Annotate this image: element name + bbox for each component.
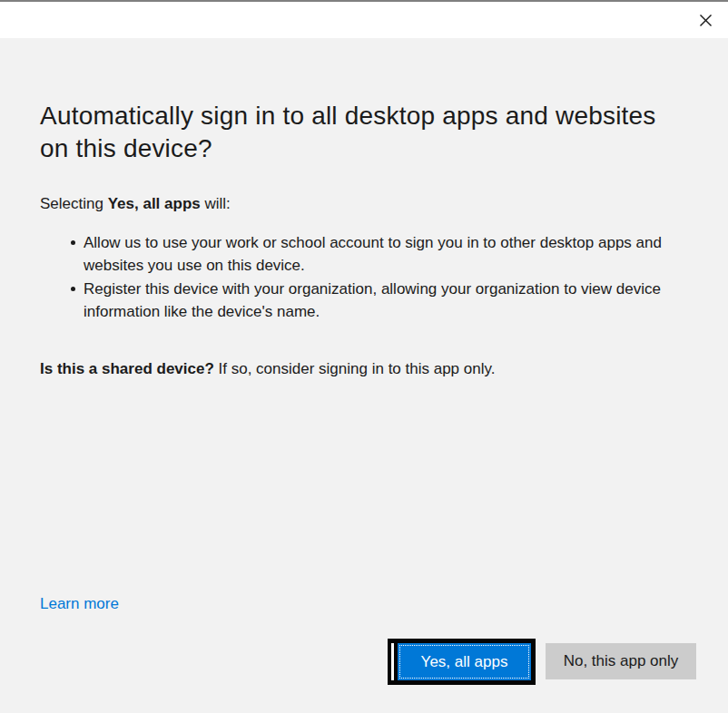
yes-all-apps-button[interactable]: Yes, all apps bbox=[398, 643, 531, 680]
shared-device-text: Is this a shared device? If so, consider… bbox=[40, 357, 694, 380]
intro-bold: Yes, all apps bbox=[108, 195, 201, 212]
intro-text: Selecting Yes, all apps will: bbox=[40, 192, 684, 215]
page-title: Automatically sign in to all desktop app… bbox=[40, 100, 684, 165]
dialog-window: Automatically sign in to all desktop app… bbox=[0, 0, 728, 713]
intro-suffix: will: bbox=[201, 195, 231, 212]
title-bar bbox=[0, 2, 728, 38]
close-button[interactable] bbox=[690, 5, 721, 35]
no-this-app-only-button[interactable]: No, this app only bbox=[546, 643, 696, 679]
learn-more-link[interactable]: Learn more bbox=[40, 593, 119, 615]
close-icon bbox=[699, 14, 713, 27]
shared-device-question: Is this a shared device? bbox=[40, 360, 214, 377]
consequence-list: Allow us to use your work or school acco… bbox=[40, 231, 694, 324]
shared-device-advice: If so, consider signing in to this app o… bbox=[214, 360, 496, 377]
focus-caret bbox=[391, 643, 394, 680]
list-item: Register this device with your organizat… bbox=[40, 278, 694, 323]
yes-button-focus-frame[interactable]: Yes, all apps bbox=[388, 639, 536, 685]
intro-prefix: Selecting bbox=[40, 195, 108, 212]
dialog-content: Automatically sign in to all desktop app… bbox=[0, 38, 728, 713]
list-item: Allow us to use your work or school acco… bbox=[40, 231, 694, 277]
